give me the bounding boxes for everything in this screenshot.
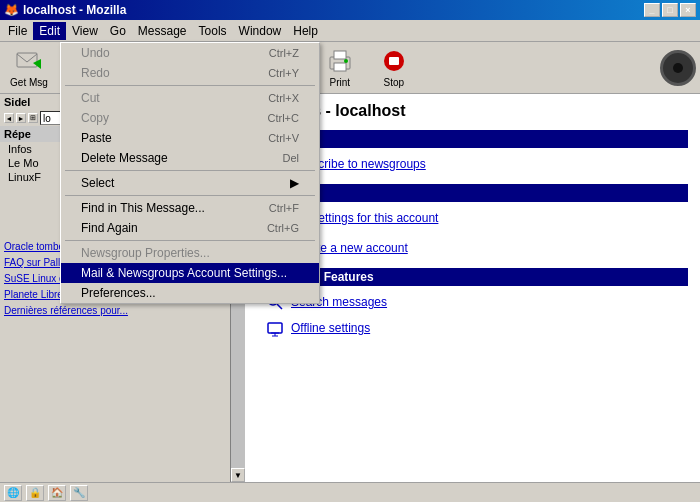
title-bar: 🦊 localhost - Mozilla _ □ × — [0, 0, 700, 20]
menu-sep-3 — [65, 195, 315, 196]
menu-tools[interactable]: Tools — [193, 22, 233, 40]
offline-settings-link[interactable]: Offline settings — [257, 318, 688, 338]
window-controls: _ □ × — [644, 3, 696, 17]
menu-select[interactable]: Select ▶ — [61, 173, 319, 193]
menu-cut[interactable]: Cut Ctrl+X — [61, 88, 319, 108]
get-msg-icon — [13, 47, 45, 75]
window-title: localhost - Mozilla — [23, 3, 126, 17]
create-account-link[interactable]: Create a new account — [257, 238, 688, 258]
print-button[interactable]: Print — [315, 46, 365, 90]
status-icon-lock[interactable]: 🔒 — [26, 485, 44, 501]
offline-icon — [265, 318, 285, 338]
menu-redo[interactable]: Redo Ctrl+Y — [61, 63, 319, 83]
accounts-header: nts — [257, 184, 688, 202]
stop-icon — [378, 47, 410, 75]
get-msg-label: Get Msg — [10, 77, 48, 88]
stop-label: Stop — [384, 77, 405, 88]
menu-bar: File Edit View Go Message Tools Window H… — [0, 20, 700, 42]
menu-file[interactable]: File — [2, 22, 33, 40]
print-label: Print — [330, 77, 351, 88]
sidebar-forward-button[interactable]: ► — [16, 113, 26, 123]
svg-point-21 — [344, 59, 348, 63]
menu-find-in-message[interactable]: Find in This Message... Ctrl+F — [61, 198, 319, 218]
sidebar-icon: ⊞ — [28, 113, 38, 123]
menu-edit[interactable]: Edit — [33, 22, 66, 40]
status-bar: 🌐 🔒 🏠 🔧 — [0, 482, 700, 502]
create-account-section: Create a new account — [257, 238, 688, 258]
svg-rect-36 — [268, 323, 282, 333]
menu-sep-4 — [65, 240, 315, 241]
menu-mail-settings[interactable]: Mail & Newsgroups Account Settings... — [61, 263, 319, 283]
maximize-button[interactable]: □ — [662, 3, 678, 17]
menu-copy[interactable]: Copy Ctrl+C — [61, 108, 319, 128]
print-icon — [324, 47, 356, 75]
status-icon-earth[interactable]: 🌐 — [4, 485, 22, 501]
offline-settings-label: Offline settings — [291, 321, 370, 335]
menu-undo[interactable]: Undo Ctrl+Z — [61, 43, 319, 63]
minimize-button[interactable]: _ — [644, 3, 660, 17]
menu-find-again[interactable]: Find Again Ctrl+G — [61, 218, 319, 238]
newsgroups-header: groups — [257, 130, 688, 148]
svg-rect-19 — [334, 51, 346, 59]
menu-go[interactable]: Go — [104, 22, 132, 40]
close-button[interactable]: × — [680, 3, 696, 17]
advanced-header: Advanced Features — [257, 268, 688, 286]
search-messages-link[interactable]: Search messages — [257, 292, 688, 312]
menu-help[interactable]: Help — [287, 22, 324, 40]
status-icon-home[interactable]: 🏠 — [48, 485, 66, 501]
menu-view[interactable]: View — [66, 22, 104, 40]
menu-paste[interactable]: Paste Ctrl+V — [61, 128, 319, 148]
scroll-down-button[interactable]: ▼ — [231, 468, 245, 482]
svg-rect-23 — [389, 57, 399, 65]
svg-line-35 — [277, 304, 282, 309]
menu-delete-msg[interactable]: Delete Message Del — [61, 148, 319, 168]
menu-sep-2 — [65, 170, 315, 171]
sidebar-back-button[interactable]: ◄ — [4, 113, 14, 123]
content-title: lla News - localhost — [257, 102, 688, 120]
subscribe-newsgroups-link[interactable]: Subscribe to newsgroups — [257, 154, 688, 174]
menu-sep-1 — [65, 85, 315, 86]
menu-preferences[interactable]: Preferences... — [61, 283, 319, 303]
svg-rect-0 — [17, 53, 37, 67]
newsgroups-section: groups Subscribe to newsgroups — [257, 130, 688, 174]
edit-dropdown-menu: Undo Ctrl+Z Redo Ctrl+Y Cut Ctrl+X Copy … — [60, 42, 320, 304]
view-settings-link[interactable]: iew settings for this account — [257, 208, 688, 228]
window-icon: 🦊 — [4, 3, 19, 17]
menu-window[interactable]: Window — [233, 22, 288, 40]
menu-message[interactable]: Message — [132, 22, 193, 40]
advanced-section: Advanced Features Search messages — [257, 268, 688, 338]
accounts-section: nts iew settings for this account — [257, 184, 688, 228]
status-icon-tools[interactable]: 🔧 — [70, 485, 88, 501]
menu-newsgroup-props[interactable]: Newsgroup Properties... — [61, 243, 319, 263]
news-item-5[interactable]: Dernières références pour... — [4, 304, 240, 317]
svg-rect-20 — [334, 63, 346, 71]
get-msg-button[interactable]: Get Msg — [4, 46, 54, 90]
stop-button[interactable]: Stop — [369, 46, 419, 90]
mozilla-ball — [660, 50, 696, 86]
